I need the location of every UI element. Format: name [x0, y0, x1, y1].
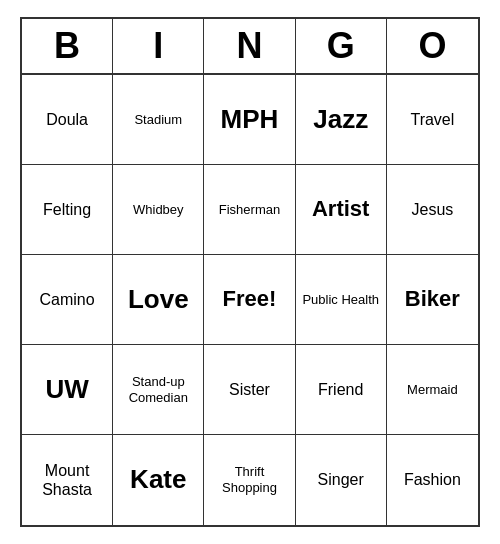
cell-text: Mermaid: [407, 382, 458, 398]
bingo-cell: Felting: [22, 165, 113, 255]
cell-text: MPH: [221, 104, 279, 135]
bingo-cell: Singer: [296, 435, 387, 525]
cell-text: Sister: [229, 380, 270, 399]
bingo-cell: Kate: [113, 435, 204, 525]
bingo-cell: Fisherman: [204, 165, 295, 255]
bingo-card: BINGO DoulaStadiumMPHJazzTravelFeltingWh…: [20, 17, 480, 527]
cell-text: Thrift Shopping: [208, 464, 290, 495]
bingo-grid: DoulaStadiumMPHJazzTravelFeltingWhidbeyF…: [22, 75, 478, 525]
cell-text: Fashion: [404, 470, 461, 489]
bingo-header: BINGO: [22, 19, 478, 75]
cell-text: Jazz: [313, 104, 368, 135]
bingo-cell: Stand-up Comedian: [113, 345, 204, 435]
bingo-cell: Fashion: [387, 435, 478, 525]
cell-text: Camino: [40, 290, 95, 309]
bingo-cell: Travel: [387, 75, 478, 165]
header-letter: N: [204, 19, 295, 73]
cell-text: Biker: [405, 286, 460, 312]
bingo-cell: Free!: [204, 255, 295, 345]
cell-text: Felting: [43, 200, 91, 219]
cell-text: Free!: [223, 286, 277, 312]
cell-text: Artist: [312, 196, 369, 222]
cell-text: Friend: [318, 380, 363, 399]
bingo-cell: MPH: [204, 75, 295, 165]
bingo-cell: Whidbey: [113, 165, 204, 255]
bingo-cell: Jazz: [296, 75, 387, 165]
cell-text: Whidbey: [133, 202, 184, 218]
cell-text: Public Health: [302, 292, 379, 308]
bingo-cell: Jesus: [387, 165, 478, 255]
bingo-cell: Friend: [296, 345, 387, 435]
cell-text: Fisherman: [219, 202, 280, 218]
header-letter: G: [296, 19, 387, 73]
bingo-cell: Stadium: [113, 75, 204, 165]
cell-text: Stadium: [134, 112, 182, 128]
cell-text: Kate: [130, 464, 186, 495]
cell-text: Travel: [410, 110, 454, 129]
bingo-cell: Artist: [296, 165, 387, 255]
bingo-cell: Love: [113, 255, 204, 345]
bingo-cell: Thrift Shopping: [204, 435, 295, 525]
cell-text: UW: [45, 374, 88, 405]
header-letter: B: [22, 19, 113, 73]
header-letter: O: [387, 19, 478, 73]
cell-text: Singer: [318, 470, 364, 489]
cell-text: Love: [128, 284, 189, 315]
bingo-cell: Sister: [204, 345, 295, 435]
bingo-cell: Mount Shasta: [22, 435, 113, 525]
bingo-cell: Public Health: [296, 255, 387, 345]
bingo-cell: Biker: [387, 255, 478, 345]
bingo-cell: Doula: [22, 75, 113, 165]
bingo-cell: Mermaid: [387, 345, 478, 435]
cell-text: Stand-up Comedian: [117, 374, 199, 405]
cell-text: Jesus: [411, 200, 453, 219]
bingo-cell: UW: [22, 345, 113, 435]
cell-text: Doula: [46, 110, 88, 129]
cell-text: Mount Shasta: [26, 461, 108, 499]
bingo-cell: Camino: [22, 255, 113, 345]
header-letter: I: [113, 19, 204, 73]
